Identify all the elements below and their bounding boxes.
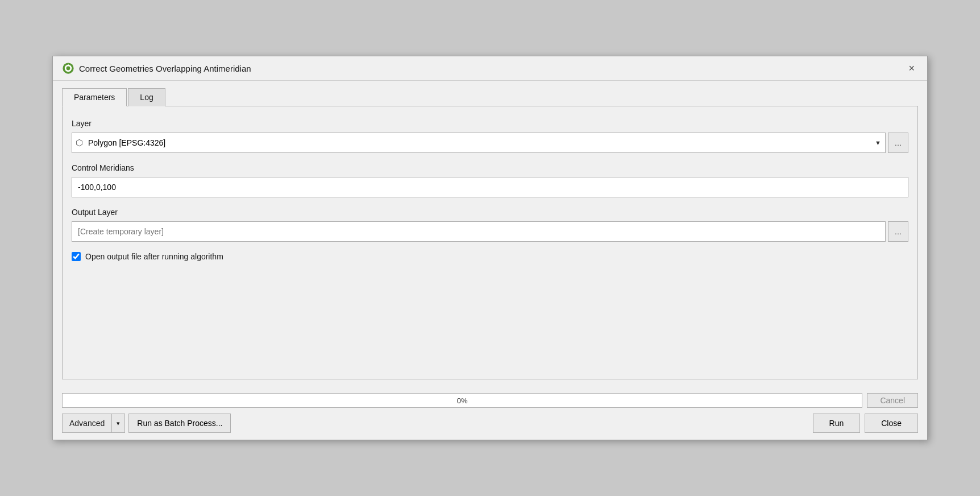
main-dialog: Correct Geometries Overlapping Antimerid… (52, 56, 928, 440)
advanced-button[interactable]: Advanced ▾ (62, 414, 125, 433)
layer-browse-button[interactable]: … (888, 133, 908, 153)
run-button[interactable]: Run (813, 414, 861, 433)
qgis-icon (62, 62, 74, 75)
title-bar-left: Correct Geometries Overlapping Antimerid… (62, 62, 251, 75)
title-bar: Correct Geometries Overlapping Antimerid… (53, 56, 927, 81)
left-buttons: Advanced ▾ Run as Batch Process... (62, 414, 231, 433)
batch-process-button[interactable]: Run as Batch Process... (128, 414, 231, 433)
open-output-checkbox[interactable] (72, 252, 81, 261)
layer-select-container: ⬡ Polygon [EPSG:4326] ▼ (72, 133, 886, 153)
dialog-body: Parameters Log Layer ⬡ Polygon [EPSG:432… (53, 81, 927, 386)
tab-content-parameters: Layer ⬡ Polygon [EPSG:4326] ▼ … Control … (62, 106, 918, 379)
control-meridians-input[interactable] (72, 177, 908, 197)
tab-log[interactable]: Log (128, 88, 165, 106)
output-layer-browse-button[interactable]: … (888, 221, 908, 242)
advanced-label: Advanced (63, 414, 111, 432)
close-button[interactable]: Close (865, 414, 918, 433)
output-layer-field-group: Output Layer … (72, 208, 908, 242)
layer-label: Layer (72, 119, 908, 128)
progress-row: 0% Cancel (62, 393, 918, 408)
open-output-label: Open output file after running algorithm (85, 252, 223, 261)
progress-bar: 0% (62, 393, 862, 408)
action-row: Advanced ▾ Run as Batch Process... Run C… (62, 414, 918, 433)
advanced-arrow-icon: ▾ (111, 414, 124, 432)
control-meridians-label: Control Meridians (72, 163, 908, 172)
output-layer-label: Output Layer (72, 208, 908, 217)
open-output-row: Open output file after running algorithm (72, 252, 908, 261)
layer-input-row: ⬡ Polygon [EPSG:4326] ▼ … (72, 133, 908, 153)
output-layer-input-row: … (72, 221, 908, 242)
progress-text: 0% (457, 396, 468, 405)
window-close-button[interactable]: × (905, 62, 918, 75)
dialog-footer: 0% Cancel Advanced ▾ Run as Batch Proces… (53, 386, 927, 440)
control-meridians-field-group: Control Meridians (72, 163, 908, 197)
right-buttons: Run Close (813, 414, 918, 433)
svg-point-2 (67, 67, 70, 71)
tabs: Parameters Log (62, 88, 918, 106)
layer-field-group: Layer ⬡ Polygon [EPSG:4326] ▼ … (72, 119, 908, 153)
cancel-button[interactable]: Cancel (867, 393, 918, 408)
layer-select[interactable]: Polygon [EPSG:4326] (72, 133, 886, 153)
window-title: Correct Geometries Overlapping Antimerid… (79, 64, 251, 73)
tab-parameters[interactable]: Parameters (62, 88, 127, 106)
output-layer-input[interactable] (72, 221, 886, 242)
